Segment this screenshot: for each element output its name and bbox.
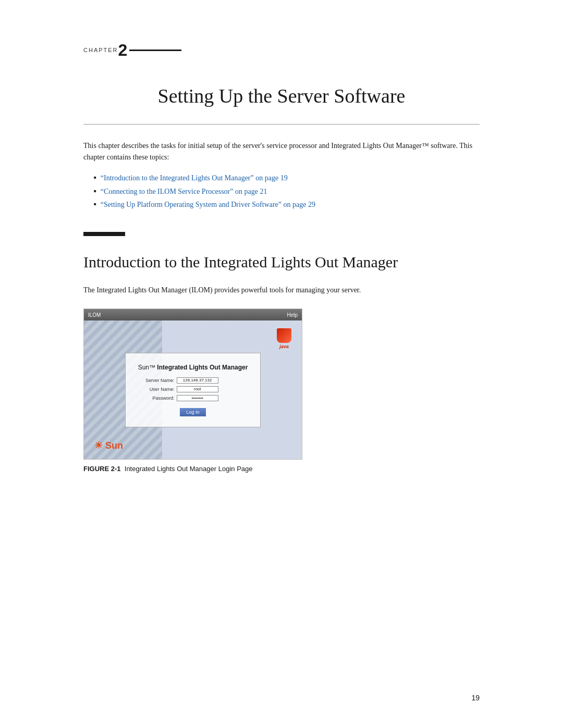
ilom-login-title: Sun™ Integrated Lights Out Manager <box>138 364 248 371</box>
toc-link-3[interactable]: “Setting Up Platform Operating System an… <box>101 198 315 211</box>
figure-image: ILOM Help java Sun™ Integrated Lights Ou… <box>83 309 302 460</box>
page: Chapter 2 Setting Up the Server Software… <box>0 0 563 728</box>
figure-caption: FIGURE 2-1 Integrated Lights Out Manager… <box>83 465 253 473</box>
ilom-titlebar-buttons: Help <box>287 312 298 318</box>
user-name-label: User Name: <box>138 387 175 392</box>
user-name-row: User Name: root <box>138 386 248 392</box>
ilom-java-logo: java <box>277 328 291 349</box>
ilom-title-bold: Integrated Lights Out Manager <box>157 364 248 371</box>
ilom-login-panel: Sun™ Integrated Lights Out Manager Serve… <box>125 353 261 427</box>
page-number: 19 <box>471 694 480 702</box>
server-name-value: 128.148.37.132 <box>177 377 218 384</box>
figure-label: FIGURE 2-1 <box>83 465 121 473</box>
list-item: “Setting Up Platform Operating System an… <box>94 198 480 211</box>
ilom-body: java Sun™ Integrated Lights Out Manager … <box>84 320 302 459</box>
java-cup-icon <box>277 328 291 343</box>
toc-list: “Introduction to the Integrated Lights O… <box>94 171 480 211</box>
section-rule <box>83 232 125 236</box>
login-button[interactable]: Log In <box>180 408 205 416</box>
server-name-row: Server Name: 128.148.37.132 <box>138 377 248 384</box>
ilom-titlebar-left-text: ILOM <box>88 312 101 318</box>
chapter-header: Chapter 2 <box>83 42 480 58</box>
password-row: Password: •••••••• <box>138 395 248 401</box>
password-label: Password: <box>138 396 175 401</box>
ilom-titlebar-right-text: Help <box>287 312 298 318</box>
intro-paragraph: This chapter describes the tasks for ini… <box>83 140 480 164</box>
password-value: •••••••• <box>177 395 218 401</box>
ilom-title-prefix: Sun <box>138 364 149 371</box>
sun-logo: ☀ Sun <box>94 440 123 451</box>
figure-caption-text: Integrated Lights Out Manager Login Page <box>125 465 253 473</box>
section-1-title: Introduction to the Integrated Lights Ou… <box>83 252 480 272</box>
section-1-paragraph: The Integrated Lights Out Manager (ILOM)… <box>83 285 480 296</box>
chapter-number: 2 <box>118 42 128 58</box>
page-title: Setting Up the Server Software <box>83 84 480 108</box>
list-item: “Introduction to the Integrated Lights O… <box>94 171 480 184</box>
chapter-label: Chapter <box>83 47 118 53</box>
title-divider <box>83 124 480 125</box>
java-text: java <box>277 344 291 349</box>
ilom-titlebar: ILOM Help <box>84 309 302 320</box>
chapter-rule-line <box>129 50 181 51</box>
toc-link-2[interactable]: “Connecting to the ILOM Service Processo… <box>101 185 267 198</box>
list-item: “Connecting to the ILOM Service Processo… <box>94 185 480 198</box>
figure-container: ILOM Help java Sun™ Integrated Lights Ou… <box>83 309 480 473</box>
server-name-label: Server Name: <box>138 378 175 383</box>
user-name-value: root <box>177 386 218 392</box>
toc-link-1[interactable]: “Introduction to the Integrated Lights O… <box>101 171 288 184</box>
